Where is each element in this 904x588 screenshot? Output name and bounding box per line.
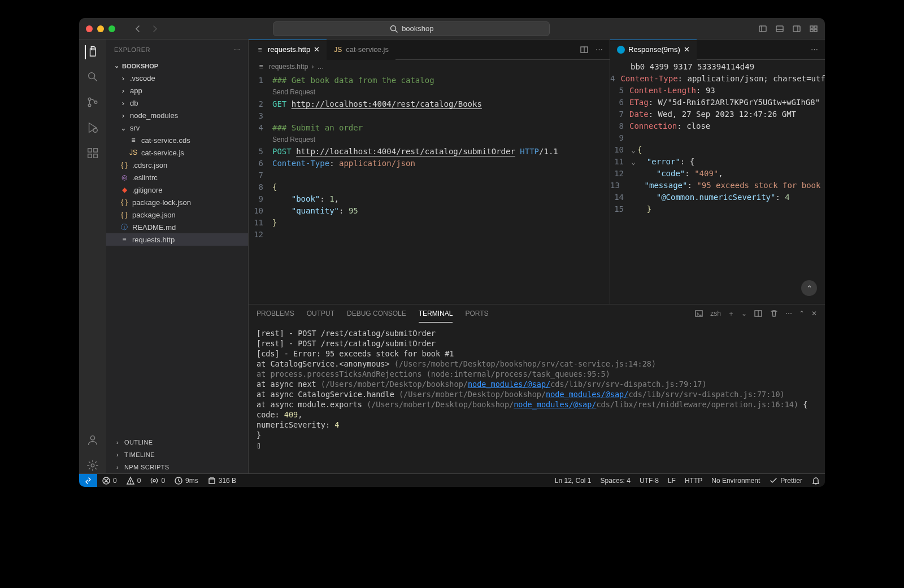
panel-maximize-icon[interactable]: ⌃ [799,310,805,317]
panel-more-icon[interactable]: ⋯ [785,310,792,317]
tree-row-file[interactable]: { }package-lock.json [106,196,248,208]
tab-requests-http[interactable]: ≡ requests.http ✕ [249,40,327,60]
layout-sidebar-right-icon[interactable] [792,24,801,33]
tree-row-folder[interactable]: ›app [106,84,248,97]
chevron-right-icon: › [311,63,314,71]
svg-point-12 [93,128,97,132]
new-terminal-icon[interactable]: ＋ [728,309,734,319]
activity-extensions-icon[interactable] [86,147,99,161]
shell-name[interactable]: zsh [710,310,721,317]
status-errors[interactable]: 0 [97,476,121,485]
tree-row-file[interactable]: ◆.gitignore [106,184,248,196]
close-window[interactable] [86,25,93,32]
status-environment[interactable]: No Environment [707,476,764,485]
close-tab-icon[interactable]: ✕ [684,45,690,54]
command-center-search[interactable]: bookshop [273,21,550,36]
codelens-send-request[interactable]: Send Request [249,86,610,98]
minimize-window[interactable] [97,25,104,32]
close-tab-icon[interactable]: ✕ [314,45,320,54]
search-text: bookshop [402,24,433,33]
tab-response[interactable]: Response(9ms) ✕ [610,40,697,60]
status-notifications[interactable] [807,476,825,485]
status-eol[interactable]: LF [663,476,680,485]
panel-tab-ports[interactable]: PORTS [465,304,488,323]
status-size[interactable]: 316 B [203,476,241,485]
tree-row-file[interactable]: ≡cat-service.cds [106,134,248,146]
nav-buttons [133,24,159,33]
npm-scripts-section[interactable]: ›NPM SCRIPTS [106,461,248,473]
tree-row-folder[interactable]: ›.vscode [106,72,248,84]
activity-accounts-icon[interactable] [86,434,99,448]
code-editor[interactable]: 1### Get book data from the catalog Send… [249,73,610,304]
split-terminal-icon[interactable] [754,309,763,318]
explorer-more-icon[interactable]: ⋯ [234,46,241,54]
body: EXPLORER ⋯ ⌄ BOOKSHOP ›.vscode ›app ›db … [79,40,825,473]
activity-explorer-icon[interactable] [85,45,99,59]
json-icon: { } [120,161,129,169]
codelens-send-request[interactable]: Send Request [249,134,610,146]
response-viewer[interactable]: bb0 4399 9317 533394114d49 4Content-Type… [610,60,825,304]
status-duration[interactable]: 9ms [169,476,203,485]
scroll-to-top-button[interactable]: ⌃ [801,280,817,296]
status-language[interactable]: HTTP [680,476,707,485]
tree-row-folder[interactable]: ⌄srv [106,121,248,134]
json-icon: { } [120,211,129,219]
layout-panel-icon[interactable] [775,24,784,33]
fold-icon[interactable]: ⌄ [629,156,637,168]
zoom-window[interactable] [108,25,115,32]
fold-icon[interactable]: ⌄ [629,144,637,156]
activity-debug-icon[interactable] [86,121,99,136]
terminal-dropdown-icon[interactable]: ⌄ [741,310,747,317]
status-bar: 0 0 0 9ms 316 B Ln 12, Col 1 Spaces: 4 U… [79,473,825,487]
activity-search-icon[interactable] [86,71,99,85]
remote-indicator[interactable] [79,474,97,487]
svg-rect-2 [776,26,783,32]
file-size-icon [207,476,216,485]
kill-terminal-icon[interactable] [770,309,779,318]
layout-sidebar-left-icon[interactable] [758,24,767,33]
titlebar: bookshop [79,18,825,40]
tree-row-file[interactable]: ◎.eslintrc [106,171,248,184]
tree-row-file[interactable]: ⓘREADME.md [106,221,248,233]
more-icon[interactable]: ⋯ [596,45,603,54]
tree-row-folder[interactable]: ›node_modules [106,109,248,121]
svg-rect-4 [810,26,813,28]
editor-tabs-right: Response(9ms) ✕ ⋯ [610,40,825,60]
panel-tab-debug[interactable]: DEBUG CONSOLE [347,304,406,323]
status-indent[interactable]: Spaces: 4 [596,476,635,485]
status-cursor[interactable]: Ln 12, Col 1 [550,476,596,485]
status-warnings[interactable]: 0 [121,476,146,485]
svg-point-23 [153,480,155,482]
file-icon: ≡ [120,236,129,243]
tree-row-file[interactable]: JScat-service.js [106,146,248,159]
panel-tab-problems[interactable]: PROBLEMS [257,304,294,323]
tab-cat-service-js[interactable]: JS cat-service.js [327,40,395,60]
status-prettier[interactable]: Prettier [764,476,807,485]
panel-close-icon[interactable]: ✕ [811,310,817,317]
tree-row-folder[interactable]: ›db [106,97,248,109]
activity-scm-icon[interactable] [86,96,99,110]
tree-row-file[interactable]: { }package.json [106,208,248,221]
tree-row-file[interactable]: { }.cdsrc.json [106,159,248,171]
tree-row-file-selected[interactable]: ≡requests.http [106,233,248,246]
layout-customize-icon[interactable] [809,24,818,33]
info-icon: ⓘ [120,223,129,232]
status-encoding[interactable]: UTF-8 [635,476,663,485]
nav-back-icon[interactable] [133,24,142,33]
panel-tab-output[interactable]: OUTPUT [307,304,334,323]
outline-section[interactable]: ›OUTLINE [106,436,248,448]
breadcrumb[interactable]: ≡ requests.http › … [249,60,610,73]
svg-rect-16 [94,149,97,152]
project-section-header[interactable]: ⌄ BOOKSHOP [106,60,248,72]
panel-tab-terminal[interactable]: TERMINAL [419,304,453,323]
activity-settings-icon[interactable] [86,459,99,473]
svg-point-17 [90,436,94,440]
tab-actions: ⋯ [580,45,610,54]
split-editor-icon[interactable] [580,45,589,54]
terminal-content[interactable]: [rest] - POST /rest/catalog/submitOrder … [249,323,825,473]
timeline-section[interactable]: ›TIMELINE [106,448,248,461]
more-icon[interactable]: ⋯ [811,45,818,54]
nav-forward-icon[interactable] [150,24,159,33]
file-icon: ≡ [129,136,138,144]
status-radio[interactable]: 0 [145,476,169,485]
